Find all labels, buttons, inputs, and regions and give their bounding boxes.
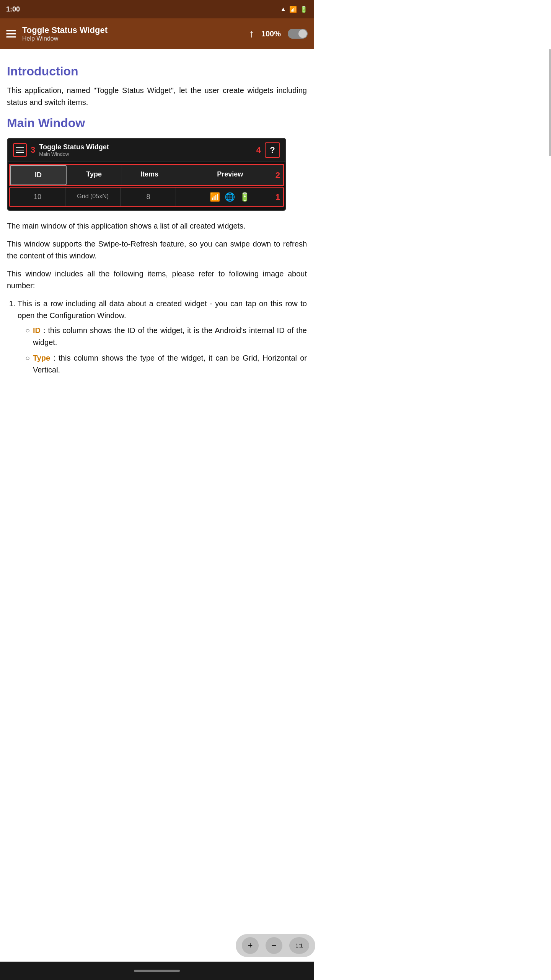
- widget-preview-image: 3 Toggle Status Widget Main Window 4 ? I…: [7, 138, 286, 211]
- battery-preview-icon: 🔋: [240, 192, 250, 202]
- list-item-1: This is a row including all data about a…: [18, 298, 307, 376]
- type-label: Type: [33, 354, 50, 362]
- widget-app-subtitle: Main Window: [39, 151, 253, 157]
- main-window-heading: Main Window: [7, 116, 307, 130]
- globe-preview-icon: 🌐: [225, 192, 235, 202]
- scroll-top-button[interactable]: ↑: [249, 28, 254, 40]
- zoom-level: 100%: [261, 29, 281, 38]
- col-type: Type: [67, 165, 122, 185]
- type-description: : this column shows the type of the widg…: [33, 354, 307, 374]
- widget-menu-btn: [13, 143, 27, 157]
- label-num-1: 1: [276, 192, 280, 202]
- cell-type: Grid (05xN): [65, 188, 121, 206]
- main-window-text3: This window includes all the following i…: [7, 268, 307, 292]
- theme-toggle[interactable]: [288, 29, 308, 39]
- sub-item-type: Type : this column shows the type of the…: [25, 352, 307, 376]
- id-label: ID: [33, 326, 41, 335]
- widget-toolbar-row: 3 Toggle Status Widget Main Window 4 ?: [8, 139, 285, 162]
- toolbar-title-block: Toggle Status Widget Help Window: [22, 25, 243, 42]
- widget-app-title: Toggle Status Widget: [39, 143, 253, 151]
- app-subtitle: Help Window: [22, 35, 243, 42]
- col-items: Items: [122, 165, 178, 185]
- cell-id: 10: [10, 188, 65, 206]
- status-bar: 1:00 ▲ 📶 🔋: [0, 0, 314, 18]
- bottom-nav-bar: [0, 962, 314, 980]
- col-preview: Preview: [177, 165, 283, 185]
- col-id: ID: [10, 165, 67, 185]
- cell-preview: 📶 🌐 🔋: [176, 188, 283, 206]
- widget-help-btn: ?: [265, 142, 280, 158]
- content-area: Introduction This application, named "To…: [0, 49, 314, 396]
- app-toolbar: Toggle Status Widget Help Window ↑ 100%: [0, 18, 314, 49]
- widget-table-header: ID Type Items Preview 2: [9, 164, 284, 186]
- label-num-4: 4: [256, 145, 261, 155]
- question-icon: ?: [270, 145, 275, 155]
- main-window-text2: This window supports the Swipe-to-Refres…: [7, 238, 307, 262]
- main-window-list: This is a row including all data about a…: [18, 298, 307, 376]
- signal-icon: 📶: [289, 6, 297, 13]
- cell-items: 8: [121, 188, 176, 206]
- sub-item-id: ID : this column shows the ID of the wid…: [25, 325, 307, 348]
- status-icons: ▲ 📶 🔋: [280, 6, 308, 13]
- widget-title-block: Toggle Status Widget Main Window: [39, 143, 253, 157]
- label-num-2: 2: [276, 170, 280, 180]
- zoom-reset-button[interactable]: 1:1: [289, 937, 309, 954]
- zoom-out-button[interactable]: −: [266, 937, 282, 954]
- wifi-preview-icon: 📶: [210, 192, 220, 202]
- status-time: 1:00: [6, 5, 20, 13]
- zoom-in-button[interactable]: +: [242, 937, 259, 954]
- nav-handle: [134, 970, 180, 972]
- widget-table-row: 10 Grid (05xN) 8 📶 🌐 🔋 1: [9, 187, 284, 207]
- label-num-3: 3: [31, 145, 35, 155]
- battery-icon: 🔋: [300, 6, 308, 13]
- menu-button[interactable]: [6, 30, 16, 38]
- toolbar-actions: ↑ 100%: [249, 28, 308, 40]
- sub-list-1: ID : this column shows the ID of the wid…: [25, 325, 307, 376]
- intro-text: This application, named "Toggle Status W…: [7, 85, 307, 108]
- wifi-icon: ▲: [280, 6, 286, 13]
- main-window-text1: The main window of this application show…: [7, 220, 307, 232]
- id-description: : this column shows the ID of the widget…: [33, 326, 307, 346]
- app-title: Toggle Status Widget: [22, 25, 243, 35]
- intro-heading: Introduction: [7, 64, 307, 78]
- zoom-controls: + − 1:1: [236, 934, 314, 957]
